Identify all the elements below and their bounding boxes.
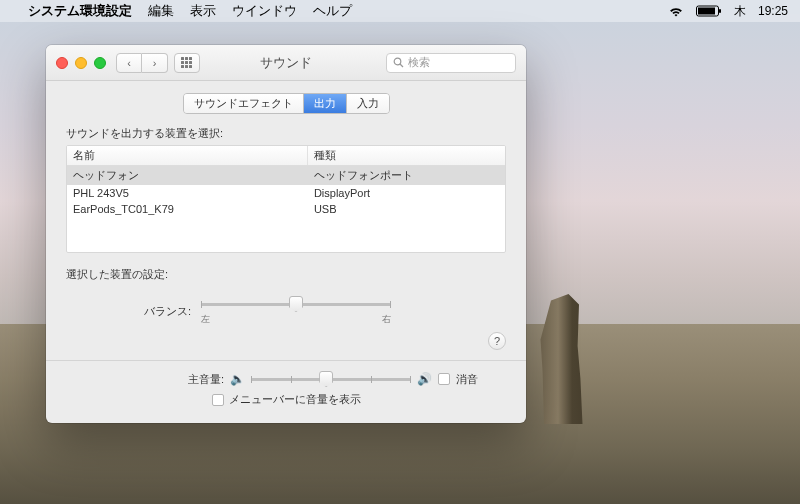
- svg-rect-1: [719, 9, 721, 13]
- titlebar[interactable]: ‹ › サウンド 検索: [46, 45, 526, 81]
- menubar-day: 木: [734, 3, 746, 20]
- preferences-window: ‹ › サウンド 検索 サウンドエフェクト 出力 入力 サウンドを出力する装置を…: [46, 45, 526, 423]
- volume-low-icon: 🔈: [230, 372, 245, 386]
- help-button[interactable]: ?: [488, 332, 506, 350]
- svg-rect-2: [698, 8, 715, 15]
- app-name[interactable]: システム環境設定: [28, 2, 132, 20]
- table-row[interactable]: PHL 243V5 DisplayPort: [67, 185, 505, 201]
- table-row[interactable]: EarPods_TC01_K79 USB: [67, 201, 505, 217]
- menubar: システム環境設定 編集 表示 ウインドウ ヘルプ 木 19:25: [0, 0, 800, 22]
- traffic-lights: [56, 57, 106, 69]
- search-input[interactable]: 検索: [386, 53, 516, 73]
- wifi-icon[interactable]: [668, 6, 684, 17]
- tabs: サウンドエフェクト 出力 入力: [183, 93, 390, 114]
- menu-help[interactable]: ヘルプ: [313, 2, 352, 20]
- battery-icon[interactable]: [696, 5, 722, 17]
- balance-label: バランス:: [66, 304, 201, 319]
- zoom-button[interactable]: [94, 57, 106, 69]
- balance-right-label: 右: [382, 313, 391, 326]
- back-button[interactable]: ‹: [116, 53, 142, 73]
- device-table: 名前 種類 ヘッドフォン ヘッドフォンポート PHL 243V5 Display…: [66, 145, 506, 253]
- table-row[interactable]: ヘッドフォン ヘッドフォンポート: [67, 166, 505, 185]
- volume-label: 主音量:: [94, 372, 224, 387]
- menu-edit[interactable]: 編集: [148, 2, 174, 20]
- balance-left-label: 左: [201, 313, 210, 326]
- show-in-menubar-checkbox[interactable]: [212, 394, 224, 406]
- mute-checkbox[interactable]: [438, 373, 450, 385]
- menubar-time: 19:25: [758, 4, 788, 18]
- svg-line-4: [400, 64, 403, 67]
- menu-view[interactable]: 表示: [190, 2, 216, 20]
- search-placeholder: 検索: [408, 55, 430, 70]
- volume-high-icon: 🔊: [417, 372, 432, 386]
- volume-slider[interactable]: [251, 371, 411, 387]
- search-icon: [393, 57, 404, 68]
- menu-window[interactable]: ウインドウ: [232, 2, 297, 20]
- tab-input[interactable]: 入力: [347, 94, 389, 113]
- forward-button[interactable]: ›: [142, 53, 168, 73]
- settings-label: 選択した装置の設定:: [66, 267, 506, 282]
- close-button[interactable]: [56, 57, 68, 69]
- minimize-button[interactable]: [75, 57, 87, 69]
- show-in-menubar-label: メニューバーに音量を表示: [229, 392, 361, 407]
- mute-label: 消音: [456, 372, 478, 387]
- tab-sound-effects[interactable]: サウンドエフェクト: [184, 94, 304, 113]
- device-select-label: サウンドを出力する装置を選択:: [66, 126, 506, 141]
- show-all-button[interactable]: [174, 53, 200, 73]
- column-type[interactable]: 種類: [308, 146, 505, 165]
- tab-output[interactable]: 出力: [304, 94, 347, 113]
- balance-slider[interactable]: [201, 296, 391, 312]
- column-name[interactable]: 名前: [67, 146, 308, 165]
- svg-point-3: [394, 58, 401, 65]
